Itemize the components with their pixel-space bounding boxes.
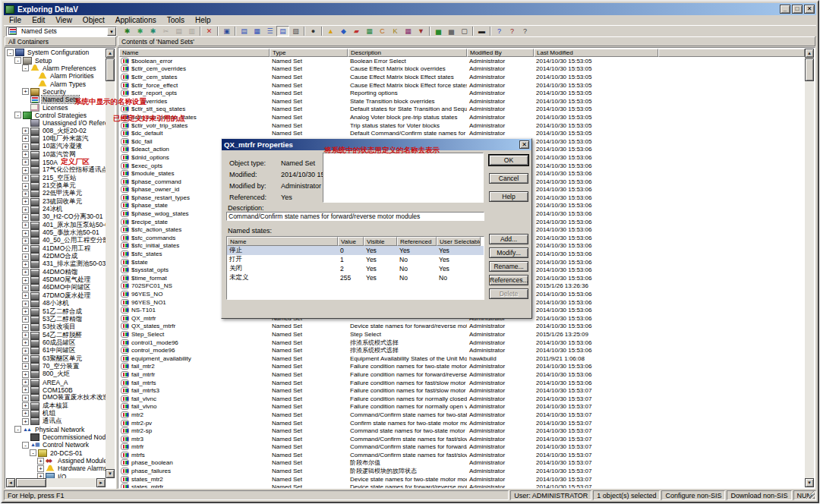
keyboard-button[interactable]: ▬: [475, 26, 488, 36]
tree-expand-toggle[interactable]: +: [22, 324, 29, 331]
close-button[interactable]: ✕: [804, 5, 815, 14]
tree-item[interactable]: +800_火炬: [6, 370, 106, 378]
named-state-row[interactable]: 关闭2YesNoYes: [227, 264, 484, 273]
update-download-button[interactable]: ▣: [220, 26, 233, 36]
references-button[interactable]: References...: [489, 275, 528, 285]
tree-expand-toggle[interactable]: +: [22, 332, 29, 339]
tree-expand-toggle[interactable]: +: [22, 198, 29, 205]
list-row[interactable]: $ctlr_force_effectNamed SetCause Effect …: [119, 81, 805, 90]
tree-item[interactable]: +AREA_A: [6, 378, 106, 386]
tree-expand-toggle[interactable]: -: [22, 65, 29, 71]
named-state-row[interactable]: 未定义255YesNoNo: [227, 273, 484, 282]
tree-expand-toggle[interactable]: +: [22, 355, 29, 362]
tree-expand-toggle[interactable]: +: [22, 183, 29, 190]
list-row[interactable]: fail_mtr2Named SetFailure condition name…: [119, 363, 805, 371]
tree-item[interactable]: +10蒸汽管网: [6, 150, 106, 158]
tree-item[interactable]: +通讯点: [6, 417, 106, 425]
list-row[interactable]: mtrfsNamed SetCommand/Confirm state name…: [119, 451, 805, 459]
list-row[interactable]: equipment_availabilityNamed SetEquipment…: [119, 354, 805, 363]
tree-expand-toggle[interactable]: -: [14, 57, 21, 64]
list-row[interactable]: mtrfrNamed SetCommand/Confirm state name…: [119, 443, 805, 452]
tree-expand-toggle[interactable]: +: [22, 88, 29, 95]
tree-expand-toggle[interactable]: +: [22, 371, 29, 378]
tree-expand-toggle[interactable]: +: [22, 128, 29, 134]
view-small-icons-button[interactable]: ▦: [251, 26, 263, 36]
scroll-down-icon[interactable]: ▼: [805, 478, 814, 487]
scroll-right-icon[interactable]: ►: [96, 478, 106, 487]
list-row[interactable]: mtr2Named SetCommand/Confirm state names…: [119, 411, 805, 419]
tree-item[interactable]: -20-DCS-01: [6, 449, 106, 457]
tree-expand-toggle[interactable]: +: [22, 143, 29, 150]
tree-vertical-scrollbar[interactable]: ▲ ▼: [106, 49, 115, 478]
tree-expand-toggle[interactable]: +: [22, 238, 29, 244]
tree-expand-toggle[interactable]: +: [22, 230, 29, 237]
tree-expand-toggle[interactable]: +: [22, 418, 29, 425]
print-preview-button[interactable]: ▧: [289, 26, 302, 36]
states-column-header-value[interactable]: Value: [338, 237, 364, 246]
named-state-row[interactable]: 打开1YesNoYes: [227, 255, 484, 264]
view-details-button[interactable]: ▤: [276, 26, 289, 36]
table-download-button[interactable]: ▼: [415, 26, 427, 36]
tree-expand-toggle[interactable]: -: [7, 49, 14, 56]
list-row[interactable]: states_mtr2Named SetDevice state names f…: [119, 475, 805, 484]
tree-expand-toggle[interactable]: +: [22, 245, 29, 252]
tree-expand-toggle[interactable]: -: [22, 442, 29, 449]
user-button[interactable]: ●: [307, 26, 320, 36]
states-column-header-referenced[interactable]: Referenced: [397, 237, 437, 246]
list-row[interactable]: states_mtrfrNamed SetDevice state names …: [119, 483, 805, 488]
tree-expand-toggle[interactable]: +: [22, 301, 29, 307]
tree-item[interactable]: -Control Strategies: [6, 112, 106, 119]
add-button[interactable]: Add...: [489, 234, 528, 244]
tree-item[interactable]: -System Configuration: [6, 49, 106, 56]
tree-expand-toggle[interactable]: +: [22, 292, 29, 299]
help-button[interactable]: Help: [489, 191, 528, 202]
tree-expand-toggle[interactable]: -: [14, 426, 21, 433]
tree-expand-toggle[interactable]: +: [22, 363, 29, 370]
menu-file[interactable]: File: [4, 16, 27, 24]
tree-expand-toggle[interactable]: +: [22, 269, 29, 276]
tree-item[interactable]: +Hardware Alarms: [6, 465, 106, 472]
tree-expand-toggle[interactable]: +: [37, 473, 44, 478]
named-states-table[interactable]: NameValueVisibleReferencedUser Selectabl…: [226, 236, 484, 300]
tree-item[interactable]: Alarm Priorities: [6, 72, 106, 80]
list-row[interactable]: fail_mtrfs3Named SetFailure condition na…: [119, 386, 805, 395]
tree-item[interactable]: -Alarm Preferences: [6, 65, 106, 72]
tree-expand-toggle[interactable]: +: [22, 175, 29, 181]
list-row[interactable]: phase_failuresNamed Set阶段逻辑模块的故障状态Admini…: [119, 467, 805, 475]
dialog-close-icon[interactable]: ✕: [519, 140, 529, 149]
description-input[interactable]: Command/Confirm state names for forward/…: [226, 212, 484, 221]
list-row[interactable]: $ctlr_votr_pretrip_statesNamed SetAnalog…: [119, 113, 805, 121]
table-define-button[interactable]: ▦: [402, 26, 415, 36]
object-type-combobox[interactable]: Named Sets ▼: [6, 27, 117, 36]
tree-expand-toggle[interactable]: +: [22, 254, 29, 260]
column-header-modified-by[interactable]: Modified By: [467, 49, 534, 57]
list-row[interactable]: $ctlr_cem_overridesNamed SetCause Effect…: [119, 65, 805, 74]
scroll-up-icon[interactable]: ▲: [106, 49, 115, 58]
states-column-header-visible[interactable]: Visible: [364, 237, 397, 246]
tree-item[interactable]: Decommissioned Nodes: [6, 433, 106, 441]
scroll-down-icon[interactable]: ▼: [106, 469, 115, 478]
tree-expand-toggle[interactable]: +: [22, 348, 29, 354]
tree-item[interactable]: -Physical Network: [6, 426, 106, 433]
list-row[interactable]: $ctlr_votr_trip_statesNamed SetTrip stat…: [119, 121, 805, 130]
terminal-button[interactable]: ▢: [458, 26, 471, 36]
menu-object[interactable]: Object: [77, 16, 110, 24]
tree-item[interactable]: Named Sets: [6, 96, 106, 103]
scrollbar-thumb[interactable]: [16, 478, 46, 487]
title-bar[interactable]: Exploring DeltaV _ □ ✕: [4, 3, 816, 15]
view-large-icons-button[interactable]: ▤: [238, 26, 251, 36]
download-setup-button[interactable]: ✱: [147, 26, 159, 36]
list-row[interactable]: $ctlr_cem_statesNamed SetCause Effect Ma…: [119, 73, 805, 81]
scrollbar-thumb[interactable]: [805, 58, 814, 81]
tree-expand-toggle[interactable]: +: [22, 285, 29, 291]
list-row[interactable]: control1_mode96Named Set排渣系统模式选择Administ…: [119, 339, 805, 347]
tree-expand-toggle[interactable]: +: [22, 277, 29, 284]
menu-edit[interactable]: Edit: [27, 16, 50, 24]
column-header-last-modified[interactable]: Last Modified: [534, 49, 658, 57]
dialog-title-bar[interactable]: QX_mtrfr Properties ✕: [222, 139, 531, 150]
tree-item[interactable]: Licenses: [6, 103, 106, 111]
tree-horizontal-scrollbar[interactable]: ◄ ►: [6, 478, 106, 487]
tree-expand-toggle[interactable]: +: [22, 395, 29, 402]
eraser-button[interactable]: ▰: [350, 26, 363, 36]
tree-expand-toggle[interactable]: +: [22, 222, 29, 228]
